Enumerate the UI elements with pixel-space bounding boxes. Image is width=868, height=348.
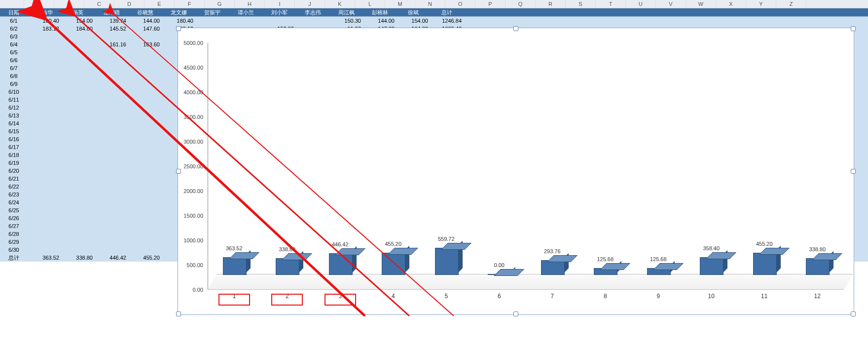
value-cell[interactable] xyxy=(128,72,162,80)
column-letter[interactable]: B xyxy=(54,0,84,8)
resize-handle-icon[interactable] xyxy=(513,311,518,316)
value-cell[interactable] xyxy=(128,64,162,72)
value-cell[interactable] xyxy=(95,64,128,72)
column-letter[interactable]: O xyxy=(445,0,475,8)
chart-bar[interactable] xyxy=(700,258,723,275)
value-cell[interactable] xyxy=(28,72,61,80)
totals-value-cell[interactable]: 363.52 xyxy=(28,254,61,262)
date-cell[interactable]: 6/29 xyxy=(0,238,28,246)
resize-handle-icon[interactable] xyxy=(176,26,181,31)
value-cell[interactable] xyxy=(28,48,61,56)
value-cell[interactable] xyxy=(95,214,128,222)
value-cell[interactable] xyxy=(95,151,128,159)
date-cell[interactable]: 6/24 xyxy=(0,198,28,206)
value-cell[interactable] xyxy=(128,119,162,127)
value-cell[interactable] xyxy=(61,33,95,40)
date-cell[interactable]: 6/6 xyxy=(0,56,28,64)
value-cell[interactable] xyxy=(95,246,128,254)
value-cell[interactable] xyxy=(128,214,162,222)
header-cell[interactable]: 刘小军 xyxy=(262,8,296,16)
column-letter[interactable]: G xyxy=(205,0,235,8)
value-cell[interactable] xyxy=(95,72,128,80)
value-cell[interactable] xyxy=(28,143,61,151)
value-cell[interactable] xyxy=(28,222,61,230)
value-cell[interactable] xyxy=(61,143,95,151)
value-cell[interactable] xyxy=(28,112,61,119)
value-cell[interactable] xyxy=(61,96,95,104)
value-cell[interactable] xyxy=(61,206,95,214)
column-letter[interactable]: Y xyxy=(746,0,776,8)
chart-bar[interactable] xyxy=(541,261,564,275)
header-cell[interactable]: 贺振宇 xyxy=(195,8,229,16)
value-cell[interactable] xyxy=(28,40,61,48)
value-cell[interactable] xyxy=(128,183,162,191)
value-cell[interactable] xyxy=(28,104,61,112)
value-cell[interactable] xyxy=(128,88,162,96)
column-letter[interactable]: V xyxy=(656,0,686,8)
date-cell[interactable]: 6/13 xyxy=(0,112,28,119)
value-cell[interactable] xyxy=(28,135,61,143)
column-letter[interactable]: M xyxy=(385,0,415,8)
column-letter[interactable]: X xyxy=(716,0,746,8)
value-cell[interactable] xyxy=(28,206,61,214)
value-cell[interactable] xyxy=(28,246,61,254)
date-cell[interactable]: 6/4 xyxy=(0,40,28,48)
value-cell[interactable] xyxy=(95,96,128,104)
date-cell[interactable]: 6/26 xyxy=(0,214,28,222)
date-cell[interactable]: 6/27 xyxy=(0,222,28,230)
value-cell[interactable] xyxy=(95,198,128,206)
column-letter[interactable]: K xyxy=(325,0,355,8)
value-cell[interactable] xyxy=(95,191,128,198)
date-cell[interactable]: 6/23 xyxy=(0,191,28,198)
column-letter[interactable]: E xyxy=(145,0,175,8)
value-cell[interactable] xyxy=(61,159,95,167)
header-cell[interactable]: 日期 xyxy=(0,8,28,16)
value-cell[interactable] xyxy=(61,183,95,191)
value-cell[interactable] xyxy=(28,119,61,127)
resize-handle-icon[interactable] xyxy=(851,26,856,31)
value-cell[interactable] xyxy=(128,127,162,135)
value-cell[interactable] xyxy=(61,135,95,143)
value-cell[interactable] xyxy=(28,230,61,238)
column-letter[interactable]: W xyxy=(686,0,716,8)
value-cell[interactable]: 163.60 xyxy=(128,40,162,48)
resize-handle-icon[interactable] xyxy=(851,311,856,316)
value-cell[interactable] xyxy=(61,167,95,175)
date-cell[interactable]: 6/20 xyxy=(0,167,28,175)
value-cell[interactable] xyxy=(128,80,162,88)
value-cell[interactable]: 184.80 xyxy=(61,25,95,33)
header-cell[interactable]: 周江枫 xyxy=(329,8,363,16)
value-cell[interactable] xyxy=(61,127,95,135)
date-cell[interactable]: 6/1 xyxy=(0,17,28,25)
date-cell[interactable]: 6/18 xyxy=(0,151,28,159)
value-cell[interactable] xyxy=(61,191,95,198)
value-cell[interactable] xyxy=(61,238,95,246)
value-cell[interactable]: 180.40 xyxy=(162,17,195,25)
value-cell[interactable] xyxy=(128,96,162,104)
column-letter[interactable]: H xyxy=(235,0,265,8)
value-cell[interactable] xyxy=(95,104,128,112)
value-cell[interactable] xyxy=(128,56,162,64)
value-cell[interactable] xyxy=(95,230,128,238)
totals-value-cell[interactable]: 338.80 xyxy=(61,254,95,262)
header-cell[interactable]: 杨英 xyxy=(61,8,95,16)
value-cell[interactable] xyxy=(95,48,128,56)
value-cell[interactable] xyxy=(95,127,128,135)
value-cell[interactable] xyxy=(128,206,162,214)
value-cell[interactable] xyxy=(95,222,128,230)
value-cell[interactable] xyxy=(61,222,95,230)
chart-bar[interactable] xyxy=(223,258,246,275)
header-row[interactable]: 日期彭灿华杨英左晴晴谷晓慧龙文娜贺振宇谭小兰刘小军李志伟周江枫彭榕林徐斌总计 xyxy=(0,8,868,17)
date-cell[interactable]: 6/28 xyxy=(0,230,28,238)
date-cell[interactable]: 6/16 xyxy=(0,135,28,143)
value-cell[interactable] xyxy=(28,88,61,96)
chart-bar[interactable] xyxy=(382,254,404,275)
value-cell[interactable] xyxy=(28,127,61,135)
column-letter[interactable]: L xyxy=(355,0,385,8)
value-cell[interactable] xyxy=(28,198,61,206)
date-cell[interactable]: 6/30 xyxy=(0,246,28,254)
column-letter[interactable]: N xyxy=(415,0,445,8)
value-cell[interactable]: 1246.84 xyxy=(430,17,464,25)
header-cell[interactable]: 左晴晴 xyxy=(95,8,128,16)
value-cell[interactable] xyxy=(28,33,61,40)
